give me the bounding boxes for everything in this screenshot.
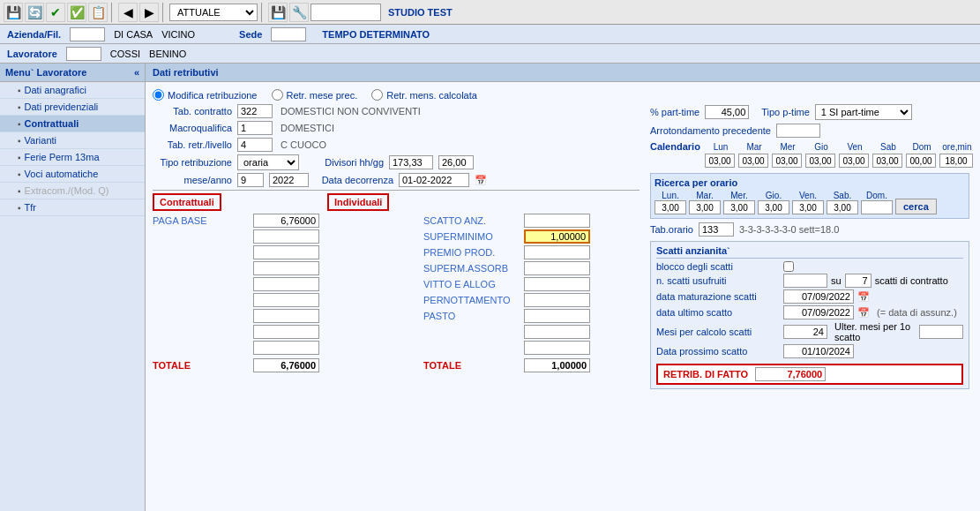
sidebar-collapse-icon[interactable]: «	[134, 67, 139, 78]
superm-assorb-input[interactable]	[524, 261, 590, 275]
nscatti-input[interactable]	[783, 274, 827, 288]
totale-sx-input[interactable]	[253, 358, 319, 372]
tab-contratto-input[interactable]	[237, 104, 273, 118]
mesi-calcolo-input[interactable]	[783, 325, 827, 339]
cal-mer-input[interactable]	[772, 154, 802, 168]
divisori-val1[interactable]	[389, 155, 433, 169]
individuali-header: Individuali	[327, 193, 389, 211]
sidebar-item-voci[interactable]: ▪ Voci automatiche	[0, 166, 145, 183]
contrattuali-row3-input[interactable]	[253, 245, 319, 259]
floppy-icon[interactable]: 💾	[268, 3, 288, 22]
scatto-anz-input[interactable]	[524, 214, 590, 228]
sidebar-item-previdenziali[interactable]: ▪ Dati previdenziali	[0, 99, 145, 116]
data-ultimo-input[interactable]	[783, 305, 854, 319]
tipo-ptime-select[interactable]: 1 SI part-time	[815, 104, 912, 120]
macroqualifica-input[interactable]	[237, 121, 273, 135]
paga-base-input[interactable]	[253, 214, 319, 228]
tab-orario-input[interactable]	[699, 222, 734, 237]
mesi-calcolo-row: Mesi per calcolo scatti Ulter. mesi per …	[656, 321, 963, 342]
ric-sab-input[interactable]	[827, 200, 858, 214]
contrattuali-row8-input[interactable]	[253, 325, 319, 339]
ric-ven-input[interactable]	[792, 200, 824, 214]
nscatti-totale[interactable]	[845, 274, 872, 288]
cal-oremin-input[interactable]	[939, 154, 973, 168]
radio-prec[interactable]: Retr. mese prec.	[272, 89, 358, 101]
copy-icon[interactable]: 📋	[88, 3, 108, 22]
cal-mar-input[interactable]	[738, 154, 768, 168]
radio-modifica[interactable]: Modifica retribuzione	[153, 89, 258, 101]
individuali-row8-input[interactable]	[524, 325, 590, 339]
sidebar-item-tfr[interactable]: ▪ Tfr	[0, 199, 145, 216]
pernottamento-input[interactable]	[524, 293, 590, 307]
two-col-layout: Tab. contratto DOMESTICI NON CONVIVENTI …	[153, 104, 973, 389]
record-id-field[interactable]: 60000002	[310, 4, 381, 21]
radio-calcolata-input[interactable]	[371, 89, 383, 101]
calendar-icon[interactable]: 📅	[475, 175, 487, 186]
contrattuali-row5-input[interactable]	[253, 277, 319, 291]
totale-dx-label: TOTALE	[423, 360, 520, 371]
cal-lun-input[interactable]	[705, 154, 735, 168]
contrattuali-row4-input[interactable]	[253, 261, 319, 275]
contrattuali-row6-input[interactable]	[253, 293, 319, 307]
superm-assorb-label: SUPERM.ASSORB	[423, 263, 520, 274]
tab-retr-input[interactable]	[237, 138, 273, 152]
pasto-input[interactable]	[524, 309, 590, 323]
ric-gio-input[interactable]	[758, 200, 789, 214]
sidebar-item-anagrafici[interactable]: ▪ Dati anagrafici	[0, 82, 145, 99]
nscatti-desc: scatti di contratto	[875, 275, 948, 286]
content-title: Dati retributivi	[146, 64, 980, 82]
sidebar-item-contrattuali[interactable]: ▪ Contrattuali	[0, 116, 145, 132]
data-prossimo-input[interactable]	[783, 344, 854, 358]
blocco-checkbox[interactable]	[783, 261, 794, 272]
check-icon[interactable]: ✔	[46, 3, 65, 22]
cal-dom-input[interactable]	[906, 154, 936, 168]
main-layout: Menu` Lavoratore « ▪ Dati anagrafici ▪ D…	[0, 64, 980, 511]
cal-sab-input[interactable]	[872, 154, 902, 168]
anno-input[interactable]	[269, 173, 309, 187]
azienda-id-field[interactable]: 22	[70, 27, 105, 41]
totale-dx-input[interactable]	[524, 358, 590, 372]
data-decorrenza-input[interactable]	[399, 173, 469, 187]
premio-prod-input[interactable]	[524, 245, 590, 259]
back-icon[interactable]: ◀	[118, 3, 138, 22]
individuali-row9-input[interactable]	[524, 341, 590, 355]
mese-input[interactable]	[237, 173, 264, 187]
parttime-input[interactable]	[705, 105, 749, 119]
cal-ven-input[interactable]	[839, 154, 869, 168]
contrattuali-row9-input[interactable]	[253, 341, 319, 355]
contrattuali-row2-input[interactable]	[253, 229, 319, 244]
radio-calcolata[interactable]: Retr. mens. calcolata	[371, 89, 477, 101]
ric-mer-input[interactable]	[723, 200, 755, 214]
vitto-input[interactable]	[524, 277, 590, 291]
period-dropdown[interactable]: ATTUALEPRECEDENTE	[169, 4, 258, 21]
tool-icon[interactable]: 🔧	[289, 3, 309, 22]
save-icon[interactable]: 💾	[4, 3, 23, 22]
ric-dom-input[interactable]	[861, 200, 893, 214]
data-ultimo-cal-icon[interactable]: 📅	[857, 307, 870, 319]
tipo-retrib-select[interactable]: oraria	[237, 154, 299, 170]
sidebar-item-extracom[interactable]: ▪ Extracom./(Mod. Q)	[0, 183, 145, 199]
sede-field[interactable]	[271, 27, 306, 41]
data-maturazione-cal-icon[interactable]: 📅	[857, 291, 870, 303]
retrib-fatto-input[interactable]	[755, 367, 826, 381]
contrattuali-row7-input[interactable]	[253, 309, 319, 323]
approve-icon[interactable]: ✅	[67, 3, 86, 22]
cal-gio-input[interactable]	[805, 154, 835, 168]
refresh-icon[interactable]: 🔄	[25, 3, 44, 22]
cal-h-gio: Gio	[805, 142, 837, 152]
lavoratore-cognome: BENINO	[149, 49, 186, 59]
ric-lun-input[interactable]	[655, 200, 686, 214]
radio-prec-input[interactable]	[272, 89, 283, 101]
radio-modifica-input[interactable]	[153, 89, 164, 101]
sidebar-item-ferie[interactable]: ▪ Ferie Perm 13ma	[0, 149, 145, 166]
forward-icon[interactable]: ▶	[139, 3, 159, 22]
divisori-val2[interactable]	[438, 155, 474, 169]
arrotondamento-input[interactable]	[776, 124, 820, 138]
sidebar-item-varianti[interactable]: ▪ Varianti	[0, 132, 145, 149]
cerca-button[interactable]: cerca	[895, 199, 937, 214]
lavoratore-id-field[interactable]: 1	[66, 47, 101, 61]
superminimo-input[interactable]	[524, 229, 590, 244]
ulter-mesi-input[interactable]	[919, 325, 963, 339]
data-maturazione-input[interactable]	[783, 289, 854, 304]
ric-mar-input[interactable]	[689, 200, 721, 214]
